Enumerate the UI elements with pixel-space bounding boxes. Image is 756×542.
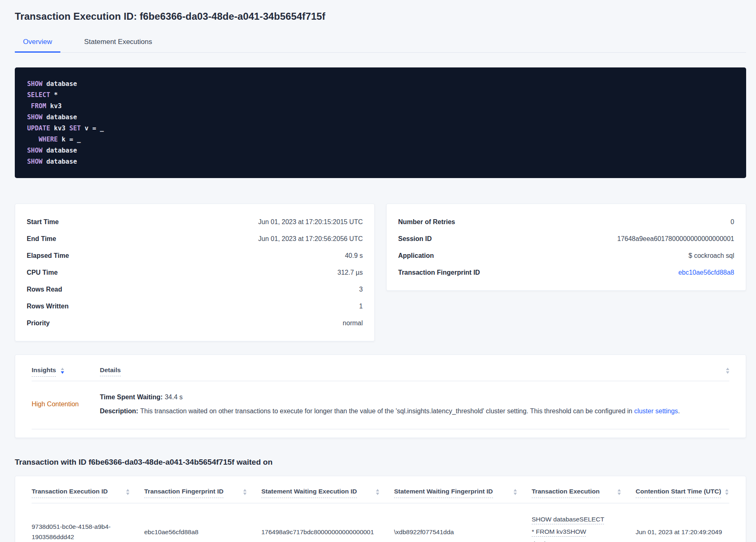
- sql-keyword: SET: [69, 125, 81, 132]
- sort-down-arrow-icon: [243, 493, 247, 495]
- summary-label: Session ID: [398, 234, 432, 243]
- sql-keyword: UPDATE: [27, 125, 50, 132]
- summary-value: 17648a9eea6017800000000000000001: [617, 234, 734, 243]
- sql-text: *: [50, 91, 58, 99]
- sql-keyword: SHOW: [27, 113, 42, 121]
- sort-icon[interactable]: [618, 489, 621, 495]
- summary-value: 312.7 µs: [337, 268, 363, 277]
- summary-label: Number of Retries: [398, 218, 455, 226]
- column-header-label[interactable]: Transaction Execution ID: [32, 488, 108, 498]
- sort-down-arrow-icon: [514, 493, 517, 495]
- summary-label: Transaction Fingerprint ID: [398, 268, 480, 277]
- sql-text: [27, 102, 31, 110]
- page-title: Transaction Execution ID: f6be6366-da03-…: [15, 11, 746, 22]
- summary-row-number-of-retries: Number of Retries0: [398, 213, 734, 230]
- insight-details: Time Spent Waiting:34.4 s Description:Th…: [100, 392, 729, 417]
- sql-statement-line: UPDATE kv3 SET v = _: [27, 123, 734, 134]
- summary-row-end-time: End TimeJun 01, 2023 at 17:20:56:2056 UT…: [27, 230, 363, 247]
- sort-icon[interactable]: [376, 489, 379, 495]
- sql-text: v = _: [81, 125, 104, 132]
- sort-icon[interactable]: [514, 489, 517, 495]
- column-header-details[interactable]: Details: [100, 366, 121, 374]
- waiting-label: Time Spent Waiting:: [100, 394, 163, 401]
- page: Transaction Execution ID: f6be6366-da03-…: [0, 0, 756, 542]
- summary-row-elapsed-time: Elapsed Time40.9 s: [27, 247, 363, 264]
- column-header-transaction-execution[interactable]: Transaction Execution: [532, 488, 636, 498]
- cell-statement-waiting-fingerprint-id: \xdb8922f077541dda: [394, 527, 532, 537]
- summary-value: 0: [731, 218, 734, 226]
- insight-type-badge: High Contention: [32, 401, 100, 408]
- sort-down-arrow-icon: [61, 371, 64, 374]
- cluster-settings-link[interactable]: cluster settings: [634, 408, 678, 415]
- sort-up-arrow-icon: [376, 489, 379, 491]
- summary-value: 1: [359, 302, 363, 310]
- sql-statement-line: SHOW database: [27, 79, 734, 90]
- sql-text: database: [42, 113, 77, 121]
- sql-text: kv3: [50, 125, 69, 132]
- sort-icon[interactable]: [126, 489, 129, 495]
- sql-keyword: WHERE: [39, 136, 58, 143]
- waited-on-heading: Transaction with ID f6be6366-da03-48de-a…: [15, 458, 746, 467]
- column-header-statement-waiting-execution-id[interactable]: Statement Waiting Execution ID: [261, 488, 394, 498]
- sort-up-arrow-icon: [514, 489, 517, 491]
- summary-label: CPU Time: [27, 268, 58, 277]
- column-header-label[interactable]: Transaction Fingerprint ID: [144, 488, 224, 498]
- column-header-contention-start-time-utc[interactable]: Contention Start Time (UTC): [636, 488, 729, 498]
- description-label: Description:: [100, 408, 138, 415]
- sql-text: k = _: [58, 136, 81, 143]
- sort-up-arrow-icon: [726, 368, 729, 370]
- time-spent-waiting-line: Time Spent Waiting:34.4 s: [100, 392, 729, 403]
- waited-table-row: 9738d051-bc0e-4158-a9b4-1903586ddd42 ebc…: [32, 503, 729, 542]
- sql-keyword: FROM: [31, 102, 46, 110]
- waited-on-table-card: Transaction Execution IDTransaction Fing…: [15, 476, 746, 542]
- summary-label: Elapsed Time: [27, 251, 69, 260]
- sql-statement-line: FROM kv3: [27, 101, 734, 112]
- details-column-label[interactable]: Details: [100, 366, 121, 376]
- cell-transaction-execution-id: 9738d051-bc0e-4158-a9b4-1903586ddd42: [32, 521, 144, 542]
- summary-row-priority: Prioritynormal: [27, 315, 363, 331]
- column-header-label[interactable]: Statement Waiting Execution ID: [261, 488, 357, 498]
- sql-box: SHOW databaseSELECT * FROM kv3SHOW datab…: [15, 67, 746, 178]
- sort-icon[interactable]: [243, 489, 247, 495]
- insights-column-label[interactable]: Insights: [32, 366, 56, 377]
- cell-statement-waiting-execution-id: 176498a9c717bdc80000000000000001: [261, 527, 394, 537]
- sql-text: kv3: [46, 102, 62, 110]
- sort-down-arrow-icon: [618, 493, 621, 495]
- summary-cards: Start TimeJun 01, 2023 at 17:20:15:2015 …: [15, 204, 746, 341]
- summary-label: Priority: [27, 319, 50, 327]
- column-header-statement-waiting-fingerprint-id[interactable]: Statement Waiting Fingerprint ID: [394, 488, 532, 498]
- sort-up-arrow-icon: [243, 489, 247, 491]
- tab-overview[interactable]: Overview: [15, 33, 60, 53]
- sql-keyword: SELECT: [27, 91, 50, 99]
- sql-statement-line: SHOW database: [27, 112, 734, 123]
- cell-transaction-execution: SHOW databaseSELECT * FROM kv3SHOW datab…: [532, 513, 636, 542]
- sort-down-arrow-icon: [376, 493, 379, 495]
- summary-value: Jun 01, 2023 at 17:20:15:2015 UTC: [258, 218, 363, 226]
- description-suffix: .: [678, 408, 680, 415]
- transaction-execution-statement-link[interactable]: SHOW databaseSELECT * FROM kv3SHOW datab…: [532, 513, 606, 542]
- sort-icon[interactable]: [61, 368, 64, 374]
- sql-statement-line: SHOW database: [27, 156, 734, 167]
- sql-keyword: SHOW: [27, 147, 42, 154]
- column-header-insights[interactable]: Insights: [32, 366, 100, 377]
- sort-icon[interactable]: [725, 489, 728, 495]
- column-header-transaction-execution-id[interactable]: Transaction Execution ID: [32, 488, 144, 498]
- transaction-fingerprint-id-link[interactable]: ebc10ae56cfd88a8: [678, 268, 734, 277]
- column-header-label[interactable]: Transaction Execution: [532, 488, 599, 498]
- summary-card-right: Number of Retries0Session ID17648a9eea60…: [386, 204, 746, 291]
- summary-value: 40.9 s: [345, 251, 363, 260]
- column-header-label[interactable]: Statement Waiting Fingerprint ID: [394, 488, 493, 498]
- sql-statement-line: SELECT *: [27, 90, 734, 101]
- summary-value: 3: [359, 285, 363, 294]
- sql-text: database: [42, 80, 77, 88]
- sort-icon[interactable]: [726, 368, 729, 374]
- sort-up-arrow-icon: [618, 489, 621, 491]
- summary-value: normal: [343, 319, 363, 327]
- tab-statement-executions[interactable]: Statement Executions: [76, 33, 160, 53]
- column-header-label[interactable]: Contention Start Time (UTC): [636, 488, 721, 498]
- sort-down-arrow-icon: [726, 371, 729, 374]
- sql-statement-line: SHOW database: [27, 145, 734, 156]
- column-header-transaction-fingerprint-id[interactable]: Transaction Fingerprint ID: [144, 488, 261, 498]
- summary-label: Rows Written: [27, 302, 69, 310]
- summary-row-cpu-time: CPU Time312.7 µs: [27, 264, 363, 281]
